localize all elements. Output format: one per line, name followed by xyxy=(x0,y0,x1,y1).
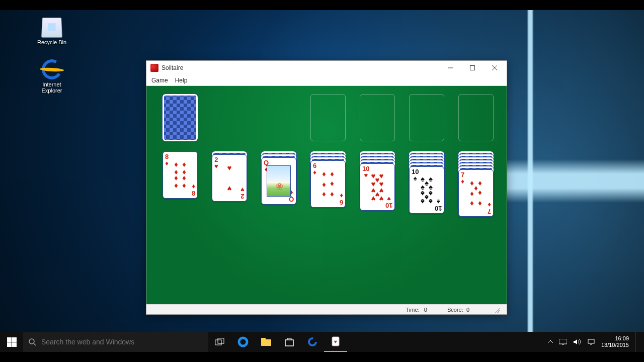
taskbar-item-ie[interactable] xyxy=(301,332,324,352)
clock-time: 16:09 xyxy=(601,335,629,342)
start-button[interactable] xyxy=(0,332,23,352)
recycle-bin-icon xyxy=(41,18,62,38)
taskbar-item-file-explorer[interactable] xyxy=(255,332,278,352)
svg-point-8 xyxy=(309,338,316,345)
maximize-icon xyxy=(470,65,475,70)
volume-icon[interactable] xyxy=(573,339,581,345)
tray-chevron-up-icon[interactable] xyxy=(548,339,553,344)
minimize-icon xyxy=(448,65,453,70)
maximize-button[interactable] xyxy=(461,61,484,75)
menu-bar: Game Help xyxy=(146,75,507,86)
desktop-wallpaper[interactable]: Recycle Bin Internet Explorer Solitaire … xyxy=(0,0,644,362)
edge-icon xyxy=(237,336,249,347)
stock-pile[interactable] xyxy=(163,94,198,141)
ie-icon xyxy=(307,337,317,347)
solitaire-icon: ♥ xyxy=(332,336,340,346)
taskbar: ♥ 16:09 13/10/2015 xyxy=(0,332,644,352)
taskbar-clock[interactable]: 16:09 13/10/2015 xyxy=(601,335,629,348)
task-view-icon xyxy=(215,338,224,345)
menu-game[interactable]: Game xyxy=(151,77,168,84)
card-7♦[interactable]: 7♦7♦♦♦♦♦♦♦♦ xyxy=(458,169,494,217)
card-8♦[interactable]: 8♦8♦♦♦♦♦♦♦♦♦ xyxy=(163,151,198,199)
svg-rect-0 xyxy=(470,66,475,70)
taskbar-item-solitaire[interactable]: ♥ xyxy=(324,332,347,352)
card-10♠[interactable]: 10♠10♠♠♠♠♠♠♠♠♠♠♠ xyxy=(409,166,444,214)
task-view-button[interactable] xyxy=(208,332,231,352)
status-time: Time: 0 xyxy=(406,307,427,313)
status-bar: Time: 0 Score: 0 xyxy=(146,304,507,314)
taskbar-item-store[interactable] xyxy=(278,332,301,352)
title-bar[interactable]: Solitaire xyxy=(146,61,507,75)
close-button[interactable] xyxy=(484,61,506,75)
close-icon xyxy=(492,65,497,70)
svg-text:♥: ♥ xyxy=(334,339,337,344)
desktop-icon-label: Internet Explorer xyxy=(33,81,70,94)
app-icon xyxy=(150,64,158,72)
card-2♥[interactable]: 2♥2♥♥♥ xyxy=(212,154,247,202)
foundation-slot-4[interactable] xyxy=(458,94,494,141)
foundation-slot-1[interactable] xyxy=(310,94,346,141)
svg-rect-6 xyxy=(261,338,266,340)
menu-help[interactable]: Help xyxy=(175,77,188,84)
window-title: Solitaire xyxy=(162,64,183,71)
svg-rect-12 xyxy=(588,339,594,343)
desktop-icon-recycle-bin[interactable]: Recycle Bin xyxy=(33,17,70,45)
taskbar-item-edge[interactable] xyxy=(231,332,255,352)
status-score: Score: 0 xyxy=(447,307,469,313)
ie-icon xyxy=(40,57,64,82)
picture-card-art xyxy=(267,165,291,197)
desktop-icon-label: Recycle Bin xyxy=(33,39,70,45)
svg-point-4 xyxy=(239,338,247,346)
svg-rect-3 xyxy=(218,338,224,343)
letterbox-bottom xyxy=(0,352,644,362)
resize-grip[interactable] xyxy=(494,307,500,313)
taskbar-search[interactable] xyxy=(23,332,208,352)
svg-point-1 xyxy=(29,339,34,344)
solitaire-window[interactable]: Solitaire Game Help 8♦8♦♦♦♦ xyxy=(146,60,507,315)
store-icon xyxy=(284,337,294,347)
minimize-button[interactable] xyxy=(439,61,461,75)
game-area: 8♦8♦♦♦♦♦♦♦♦♦2♥2♥♥♥Q♦Q♦6♦6♦♦♦♦♦♦♦10♥10♥♥♥… xyxy=(146,86,507,304)
show-desktop-button[interactable] xyxy=(635,332,639,352)
letterbox-top xyxy=(0,0,644,10)
foundation-slot-2[interactable] xyxy=(360,94,395,141)
clock-date: 13/10/2015 xyxy=(601,342,629,348)
svg-rect-2 xyxy=(215,340,221,345)
card-Q♦[interactable]: Q♦Q♦ xyxy=(261,157,296,205)
search-icon xyxy=(28,338,36,346)
card-6♦[interactable]: 6♦6♦♦♦♦♦♦♦ xyxy=(310,160,346,208)
action-center-icon[interactable] xyxy=(559,339,567,345)
desktop-icon-ie[interactable]: Internet Explorer xyxy=(33,59,70,94)
search-input[interactable] xyxy=(41,338,208,346)
svg-rect-11 xyxy=(559,339,567,344)
svg-rect-7 xyxy=(285,340,293,346)
network-icon[interactable] xyxy=(587,338,595,345)
system-tray: 16:09 13/10/2015 xyxy=(543,332,644,352)
foundation-slot-3[interactable] xyxy=(409,94,444,141)
card-10♥[interactable]: 10♥10♥♥♥♥♥♥♥♥♥♥♥ xyxy=(360,163,395,211)
file-explorer-icon xyxy=(261,337,272,346)
windows-logo-icon xyxy=(7,337,17,347)
